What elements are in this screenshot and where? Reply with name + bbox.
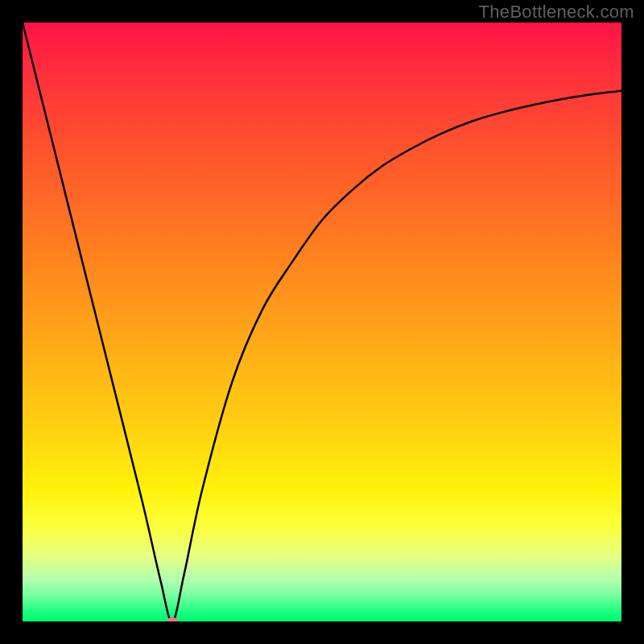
minimum-marker (166, 617, 179, 621)
plot-area (23, 23, 621, 621)
curve-path (23, 23, 621, 621)
chart-frame: TheBottleneck.com (0, 0, 644, 644)
bottleneck-curve (23, 23, 621, 621)
watermark-text: TheBottleneck.com (479, 2, 634, 23)
